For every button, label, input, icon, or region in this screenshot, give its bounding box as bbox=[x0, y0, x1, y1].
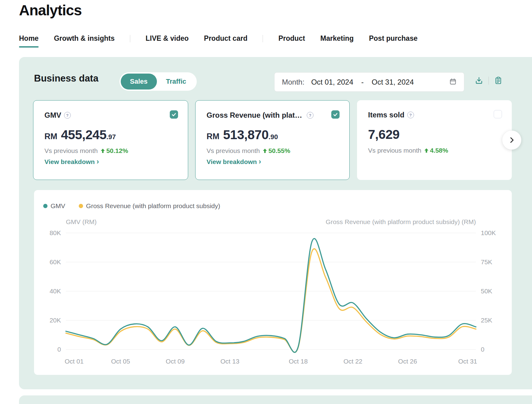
tab-growth-insights[interactable]: Growth & insights bbox=[54, 34, 115, 43]
sales-traffic-toggle: Sales Traffic bbox=[120, 72, 197, 91]
chevron-right-icon: › bbox=[97, 158, 99, 166]
up-arrow-icon bbox=[424, 148, 428, 153]
toolbar-divider bbox=[488, 77, 489, 85]
metric-title: Items sold bbox=[368, 111, 405, 119]
tab-marketing[interactable]: Marketing bbox=[320, 34, 354, 43]
svg-text:Oct 13: Oct 13 bbox=[220, 358, 239, 365]
date-end: Oct 31, 2024 bbox=[372, 78, 414, 86]
tab-product[interactable]: Product bbox=[278, 34, 305, 43]
metric-compare: Vs previous month 50.55% bbox=[207, 147, 338, 154]
tab-live-video[interactable]: LIVE & video bbox=[146, 34, 189, 43]
chevron-right-icon bbox=[508, 136, 516, 144]
svg-text:20K: 20K bbox=[50, 317, 61, 324]
metric-card-items-sold[interactable]: Items sold ? 7,629 Vs previous month 4.5… bbox=[357, 100, 512, 180]
svg-text:Oct 05: Oct 05 bbox=[111, 358, 130, 365]
toggle-traffic[interactable]: Traffic bbox=[157, 74, 196, 90]
svg-text:60K: 60K bbox=[50, 258, 61, 265]
toolbar bbox=[474, 76, 503, 85]
metric-value: RM 455,245 .97 bbox=[44, 128, 177, 142]
section-title: Business data bbox=[34, 73, 98, 84]
svg-text:50K: 50K bbox=[481, 288, 492, 295]
tab-home[interactable]: Home bbox=[19, 34, 39, 43]
tab-product-card[interactable]: Product card bbox=[204, 34, 248, 43]
svg-text:Oct 09: Oct 09 bbox=[166, 358, 185, 365]
metric-compare: Vs previous month 50.12% bbox=[44, 147, 177, 154]
nav-divider bbox=[130, 35, 130, 42]
metric-title: GMV bbox=[44, 111, 61, 120]
business-chart-svg: 80K100K60K75K40K50K20K25K00Oct 01Oct 05O… bbox=[34, 190, 512, 375]
metric-checkbox[interactable] bbox=[170, 110, 178, 119]
svg-text:Oct 18: Oct 18 bbox=[289, 358, 308, 365]
currency: RM bbox=[44, 132, 57, 141]
metric-compare: Vs previous month 4.58% bbox=[368, 147, 501, 154]
top-nav: Home Growth & insights LIVE & video Prod… bbox=[19, 34, 417, 43]
up-arrow-icon bbox=[101, 149, 105, 153]
date-separator: - bbox=[361, 78, 364, 86]
date-range-label: Month: bbox=[282, 78, 304, 86]
calendar-icon bbox=[449, 78, 457, 86]
metric-checkbox[interactable] bbox=[331, 110, 340, 119]
download-icon[interactable] bbox=[474, 76, 484, 85]
help-icon[interactable]: ? bbox=[407, 112, 414, 118]
business-chart-card: GMV Gross Revenue (with platform product… bbox=[34, 190, 512, 375]
metric-value: RM 513,870 .90 bbox=[207, 128, 338, 142]
tab-post-purchase[interactable]: Post purchase bbox=[369, 34, 418, 43]
date-start: Oct 01, 2024 bbox=[311, 78, 353, 86]
metric-title: Gross Revenue (with platform product sub… bbox=[207, 111, 304, 120]
svg-text:Oct 01: Oct 01 bbox=[65, 358, 84, 365]
next-section-panel bbox=[19, 395, 532, 404]
toggle-sales[interactable]: Sales bbox=[121, 74, 157, 90]
chevron-right-icon: › bbox=[259, 158, 261, 166]
svg-text:75K: 75K bbox=[481, 258, 492, 265]
view-breakdown-link[interactable]: View breakdown › bbox=[44, 158, 177, 166]
business-data-panel: Business data Sales Traffic Month: Oct 0… bbox=[19, 57, 532, 389]
svg-text:Oct 26: Oct 26 bbox=[398, 358, 417, 365]
up-arrow-icon bbox=[263, 149, 267, 153]
page-title: Analytics bbox=[19, 2, 82, 19]
date-range-picker[interactable]: Month: Oct 01, 2024 - Oct 31, 2024 bbox=[274, 72, 464, 92]
view-breakdown-link[interactable]: View breakdown › bbox=[207, 158, 338, 166]
report-clipboard-icon[interactable] bbox=[494, 76, 503, 85]
carousel-next-button[interactable] bbox=[502, 131, 521, 150]
svg-text:Oct 22: Oct 22 bbox=[344, 358, 363, 365]
metric-card-gmv[interactable]: GMV ? RM 455,245 .97 Vs previous month 5… bbox=[33, 100, 188, 180]
help-icon[interactable]: ? bbox=[64, 112, 71, 119]
nav-divider bbox=[263, 35, 263, 42]
svg-text:Oct 31: Oct 31 bbox=[458, 358, 477, 365]
metric-card-gross-revenue[interactable]: Gross Revenue (with platform product sub… bbox=[195, 100, 350, 180]
svg-text:25K: 25K bbox=[481, 317, 492, 324]
currency: RM bbox=[207, 132, 219, 141]
metric-checkbox[interactable] bbox=[494, 110, 502, 118]
svg-text:0: 0 bbox=[481, 346, 484, 353]
svg-text:40K: 40K bbox=[50, 288, 61, 295]
metric-value: 7,629 bbox=[368, 127, 501, 142]
svg-text:0: 0 bbox=[57, 346, 61, 353]
svg-text:80K: 80K bbox=[50, 229, 61, 236]
analytics-page: Analytics Home Growth & insights LIVE & … bbox=[0, 0, 532, 404]
svg-text:100K: 100K bbox=[481, 229, 496, 236]
help-icon[interactable]: ? bbox=[307, 112, 314, 119]
